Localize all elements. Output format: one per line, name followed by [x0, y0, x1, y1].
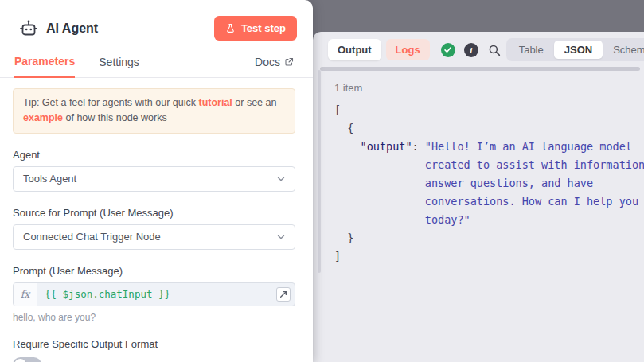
prompt-label: Prompt (User Message) [13, 265, 295, 277]
tip-text: or see an [232, 97, 277, 108]
test-step-label: Test step [241, 22, 286, 34]
agent-value: Tools Agent [23, 173, 76, 185]
tip-text: of how this node works [63, 112, 167, 123]
output-format-field: Require Specific Output Format [13, 338, 295, 362]
view-tab-json[interactable]: JSON [554, 41, 603, 59]
success-check-icon [441, 43, 455, 57]
flask-icon [225, 23, 236, 33]
tutorial-link[interactable]: tutorial [198, 97, 232, 108]
output-toolbar: Output Logs i Table JSON Schema [313, 32, 644, 61]
docs-label: Docs [255, 56, 280, 68]
info-icon[interactable]: i [464, 43, 478, 57]
tab-logs[interactable]: Logs [386, 39, 430, 60]
output-panel: Output Logs i Table JSON Schema 1 item [313, 32, 644, 362]
source-field: Source for Prompt (User Message) Connect… [13, 207, 295, 250]
source-select[interactable]: Connected Chat Trigger Node [13, 224, 295, 250]
tab-docs[interactable]: Docs [255, 56, 294, 77]
prompt-field: Prompt (User Message) fx {{ $json.chatIn… [13, 265, 295, 323]
view-mode-switcher: Table JSON Schema [506, 38, 644, 61]
canvas-background: Output Logs i Table JSON Schema 1 item [313, 0, 644, 362]
chevron-down-icon [275, 232, 287, 243]
test-step-button[interactable]: Test step [214, 16, 297, 41]
panel-tabs: Parameters Settings Docs [0, 55, 313, 78]
tip-text: Tip: Get a feel for agents with our quic… [23, 97, 198, 108]
chevron-down-icon [275, 173, 287, 185]
prompt-expression-input[interactable]: fx {{ $json.chatInput }} [13, 282, 295, 306]
tab-output[interactable]: Output [328, 39, 381, 60]
agent-label: Agent [13, 149, 295, 161]
screen: Output Logs i Table JSON Schema 1 item [0, 0, 644, 362]
prompt-preview-text: hello, who are you? [13, 312, 295, 323]
node-title: AI Agent [46, 21, 98, 36]
output-format-toggle[interactable] [13, 357, 41, 362]
expression-value[interactable]: {{ $json.chatInput }} [37, 283, 276, 306]
view-tab-table[interactable]: Table [509, 41, 554, 59]
tab-settings[interactable]: Settings [99, 56, 139, 77]
search-icon[interactable] [487, 43, 502, 57]
example-link[interactable]: example [23, 112, 63, 123]
robot-icon [19, 19, 38, 38]
external-link-icon [284, 57, 294, 67]
source-value: Connected Chat Trigger Node [23, 231, 161, 243]
tab-parameters[interactable]: Parameters [14, 55, 75, 78]
node-settings-panel: AI Agent Test step Parameters Settings D… [0, 0, 313, 362]
panel-header: AI Agent Test step [0, 0, 313, 41]
view-tab-schema[interactable]: Schema [603, 41, 644, 59]
agent-field: Agent Tools Agent [13, 149, 295, 192]
items-count: 1 item [334, 82, 644, 94]
output-format-label: Require Specific Output Format [13, 338, 295, 350]
status-icons: i [441, 43, 502, 57]
source-label: Source for Prompt (User Message) [13, 207, 295, 219]
tip-callout: Tip: Get a feel for agents with our quic… [13, 88, 295, 134]
agent-select[interactable]: Tools Agent [13, 166, 295, 192]
horizontal-scrollbar[interactable] [320, 67, 640, 71]
fx-badge: fx [14, 283, 37, 306]
json-view: [ { "output": "Hello! I’m an AI language… [334, 101, 644, 266]
vertical-scrollbar[interactable] [318, 70, 321, 273]
parameters-body: Tip: Get a feel for agents with our quic… [0, 78, 313, 362]
expand-expression-icon[interactable] [276, 287, 291, 302]
toggle-knob [14, 359, 26, 362]
